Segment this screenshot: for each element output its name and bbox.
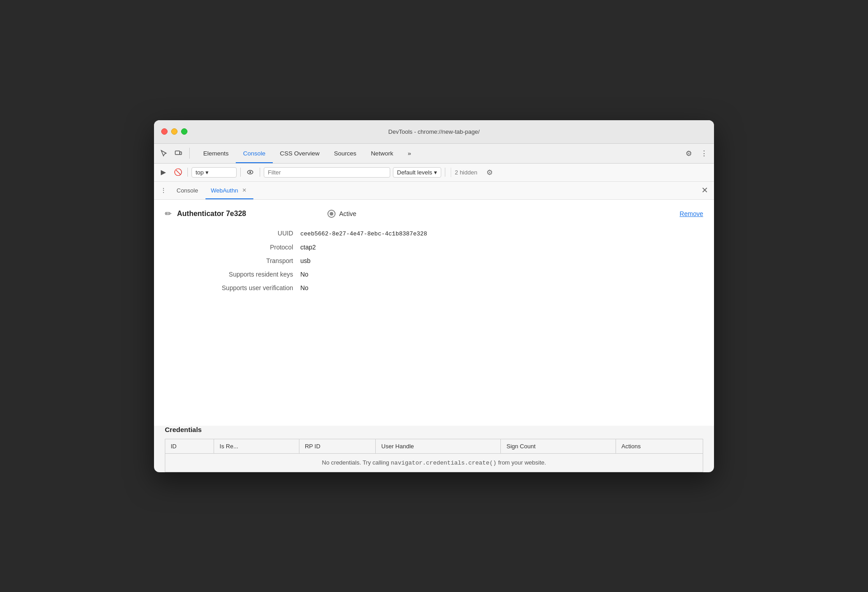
svg-point-3 <box>249 171 251 173</box>
resident-keys-value: No <box>300 271 308 278</box>
close-button[interactable] <box>161 128 168 135</box>
properties-table: UUID ceeb5662-8e27-4e47-8ebc-4c1b8387e32… <box>192 230 703 291</box>
drawer-tab-bar: ⋮ Console WebAuthn ✕ ✕ <box>154 182 714 200</box>
active-indicator: Active <box>327 210 356 218</box>
devtools-window: DevTools - chrome://new-tab-page/ Elemen… <box>154 120 714 472</box>
svg-rect-0 <box>175 151 180 155</box>
credentials-empty-message: No credentials. Try calling navigator.cr… <box>165 453 703 472</box>
property-transport: Transport usb <box>192 257 703 264</box>
console-divider-4 <box>445 168 445 177</box>
maximize-button[interactable] <box>181 128 187 135</box>
credentials-header-row: ID Is Re... RP ID User Handle Sign Count… <box>165 439 703 453</box>
traffic-lights <box>161 128 187 135</box>
eye-button[interactable] <box>244 166 256 178</box>
uuid-label: UUID <box>192 230 300 237</box>
tab-more[interactable]: » <box>401 144 419 163</box>
col-id: ID <box>165 439 214 453</box>
tab-network[interactable]: Network <box>364 144 401 163</box>
minimize-button[interactable] <box>171 128 177 135</box>
drawer-more-button[interactable]: ⋮ <box>158 184 169 196</box>
active-label: Active <box>339 210 356 217</box>
credentials-empty-row: No credentials. Try calling navigator.cr… <box>165 453 703 472</box>
credentials-title: Credentials <box>165 426 703 433</box>
property-resident-keys: Supports resident keys No <box>192 271 703 278</box>
user-verification-label: Supports user verification <box>192 284 300 291</box>
resident-keys-label: Supports resident keys <box>192 271 300 278</box>
settings-button[interactable]: ⚙ <box>682 147 695 160</box>
transport-value: usb <box>300 257 311 264</box>
col-sign-count: Sign Count <box>501 439 616 453</box>
console-toolbar: ▶ 🚫 top ▾ Default levels ▾ 2 hidden ⚙ <box>154 164 714 182</box>
clear-button[interactable]: 🚫 <box>172 166 184 178</box>
levels-selector[interactable]: Default levels ▾ <box>393 167 441 178</box>
property-user-verification: Supports user verification No <box>192 284 703 291</box>
protocol-value: ctap2 <box>300 244 316 251</box>
title-bar: DevTools - chrome://new-tab-page/ <box>154 120 714 144</box>
filter-input[interactable] <box>264 167 390 178</box>
webauthn-tab-close[interactable]: ✕ <box>241 187 248 194</box>
tab-sources[interactable]: Sources <box>327 144 364 163</box>
toolbar-icons <box>158 147 192 160</box>
col-is-re: Is Re... <box>214 439 299 453</box>
tab-console[interactable]: Console <box>236 144 273 163</box>
context-selector[interactable]: top ▾ <box>191 167 237 178</box>
toolbar-tabs: Elements Console CSS Overview Sources Ne… <box>196 144 682 163</box>
console-divider-3 <box>260 168 260 177</box>
authenticator-name: Authenticator 7e328 <box>177 210 246 218</box>
hidden-count: 2 hidden <box>451 168 481 177</box>
col-actions: Actions <box>616 439 703 453</box>
toolbar-right: ⚙ ⋮ <box>682 147 710 160</box>
toolbar-divider-1 <box>189 148 190 159</box>
more-options-button[interactable]: ⋮ <box>698 147 710 160</box>
active-radio[interactable] <box>327 210 336 218</box>
authenticator-header: ✏ Authenticator 7e328 Active Remove <box>165 209 703 219</box>
user-verification-value: No <box>300 284 308 291</box>
edit-icon[interactable]: ✏ <box>165 209 172 219</box>
window-title: DevTools - chrome://new-tab-page/ <box>388 128 480 135</box>
tab-css-overview[interactable]: CSS Overview <box>273 144 327 163</box>
device-toggle-icon[interactable] <box>172 147 185 160</box>
uuid-value: ceeb5662-8e27-4e47-8ebc-4c1b8387e328 <box>300 230 427 237</box>
console-divider-1 <box>187 168 188 177</box>
webauthn-content: ✏ Authenticator 7e328 Active Remove UUID… <box>154 200 714 426</box>
protocol-label: Protocol <box>192 244 300 251</box>
credentials-table: ID Is Re... RP ID User Handle Sign Count… <box>165 439 703 472</box>
credentials-section: Credentials ID Is Re... RP ID User Handl… <box>154 426 714 472</box>
inspect-icon[interactable] <box>158 147 170 160</box>
drawer-tab-console[interactable]: Console <box>171 182 204 199</box>
drawer-close-button[interactable]: ✕ <box>699 184 710 196</box>
transport-label: Transport <box>192 257 300 264</box>
console-divider-2 <box>240 168 241 177</box>
execute-button[interactable]: ▶ <box>158 166 169 178</box>
remove-button[interactable]: Remove <box>680 210 703 217</box>
tab-elements[interactable]: Elements <box>196 144 236 163</box>
radio-inner <box>330 212 333 216</box>
col-rp-id: RP ID <box>299 439 375 453</box>
property-protocol: Protocol ctap2 <box>192 244 703 251</box>
drawer-tab-webauthn[interactable]: WebAuthn ✕ <box>205 182 253 199</box>
console-settings-button[interactable]: ⚙ <box>484 166 495 178</box>
col-user-handle: User Handle <box>376 439 501 453</box>
main-toolbar: Elements Console CSS Overview Sources Ne… <box>154 144 714 164</box>
svg-rect-1 <box>180 152 182 155</box>
property-uuid: UUID ceeb5662-8e27-4e47-8ebc-4c1b8387e32… <box>192 230 703 237</box>
